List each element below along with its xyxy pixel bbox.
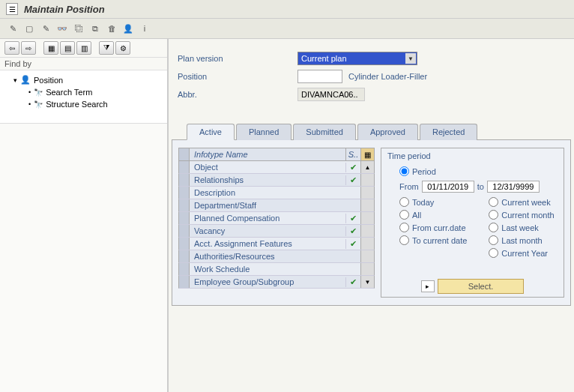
tree-item-structure-search[interactable]: • 🔭 Structure Search [4,98,163,110]
row-selector[interactable] [179,212,190,224]
infotype-row[interactable]: Description [178,187,375,199]
wand-icon[interactable]: ✎ [6,22,19,35]
plan-version-dropdown[interactable]: Current plan ▼ [297,52,417,65]
nav-toolbar: ⇦⇨▦▤▥⧩⚙ [0,39,167,58]
row-selector[interactable] [179,187,190,199]
scroll-track[interactable] [360,199,374,211]
delimit-icon[interactable]: ⧉ [88,22,102,35]
time-radio[interactable] [399,210,409,220]
time-option[interactable]: Last week [489,223,558,232]
infotype-row[interactable]: Department/Staff [178,199,375,212]
tab-rejected[interactable]: Rejected [420,124,477,140]
infotype-name-header[interactable]: Infotype Name [190,148,345,160]
time-radio[interactable] [399,197,409,207]
row-selector[interactable] [179,174,190,186]
time-option-label: Last week [501,223,539,232]
settings-icon[interactable]: ⚙ [115,41,130,55]
infotype-row[interactable]: Work Schedule [178,263,375,276]
tree-expand-icon[interactable]: ▾ [13,76,17,84]
scroll-track[interactable] [360,187,374,199]
time-radio[interactable] [489,235,498,245]
infotype-row[interactable]: Object✔▲ [178,161,375,174]
time-radio[interactable] [399,223,409,232]
scroll-track[interactable] [360,250,374,262]
time-period-panel: Time period Period From to TodayAllFrom … [381,148,564,298]
scroll-track[interactable] [360,238,374,250]
scroll-track[interactable]: ▼ [360,276,374,288]
row-selector[interactable] [179,263,190,275]
infotype-row[interactable]: Employee Group/Subgroup✔▼ [178,276,375,289]
scroll-track[interactable] [360,212,374,224]
app-menu-icon[interactable]: ☰ [6,3,18,15]
time-option[interactable]: Today [399,197,489,207]
time-radio[interactable] [489,223,498,232]
time-option-label: To current date [412,236,467,245]
filter-icon[interactable]: ⧩ [99,41,114,55]
infotype-row-label: Description [190,188,345,197]
time-radio[interactable] [399,235,409,245]
time-option[interactable]: From curr.date [399,223,489,232]
infotype-row[interactable]: Authorities/Resources [178,250,375,263]
tab-planned[interactable]: Planned [236,124,291,140]
scroll-track[interactable] [360,263,374,275]
position-input[interactable] [297,70,342,83]
tab-submitted[interactable]: Submitted [293,124,356,140]
scroll-track[interactable] [360,174,374,186]
copy-icon[interactable]: ⿻ [72,22,85,35]
find-by-label: Find by [0,58,167,70]
collapse-icon[interactable]: ▤ [60,41,75,55]
infotype-row[interactable]: Relationships✔ [178,174,375,187]
layout-icon[interactable]: ▥ [76,41,91,55]
display-icon[interactable]: 👓 [55,22,69,35]
row-selector[interactable] [179,250,190,262]
tab-approved[interactable]: Approved [357,124,418,140]
to-date-input[interactable] [487,181,540,193]
time-option[interactable]: Current Year [489,248,558,258]
scroll-track[interactable]: ▲ [360,161,374,173]
time-radio[interactable] [489,248,498,258]
time-option[interactable]: All [399,210,489,220]
select-button[interactable]: Select. [438,279,525,294]
chevron-down-icon[interactable]: ▼ [405,53,416,64]
infotype-row[interactable]: Planned Compensation✔ [178,212,375,225]
expand-icon[interactable]: ▦ [43,41,58,55]
status-column-header[interactable]: S.. [345,148,360,160]
time-option[interactable]: To current date [399,235,489,245]
edit-icon[interactable]: ✎ [39,22,52,35]
time-option[interactable]: Last month [489,235,558,245]
infotype-row-label: Acct. Assignment Features [190,239,345,248]
select-launch-icon[interactable]: ▸ [421,280,435,292]
tree-item-search-term[interactable]: • 🔭 Search Term [4,86,163,98]
row-selector[interactable] [179,199,190,211]
time-radio[interactable] [489,210,498,220]
infotype-panel: Infotype Name S.. ▦ Object✔▲Relationship… [178,148,375,298]
info-icon[interactable]: i [138,22,151,35]
config-column-icon[interactable]: ▦ [360,148,374,160]
from-date-input[interactable] [422,181,474,193]
tree-root-position[interactable]: ▾ 👤 Position [4,73,163,86]
tree-child-label: Structure Search [46,100,108,109]
select-column-header[interactable] [179,148,190,160]
row-selector[interactable] [179,225,190,237]
status-check-icon: ✔ [345,175,360,185]
tree-leaf-icon: • [28,88,31,96]
person-icon[interactable]: 👤 [121,22,135,35]
delete-icon[interactable]: 🗑 [105,22,118,35]
period-radio[interactable] [399,166,409,176]
person-icon: 👤 [20,75,31,85]
row-selector[interactable] [179,238,190,250]
page-title: Maintain Position [24,4,105,15]
infotype-row[interactable]: Acct. Assignment Features✔ [178,238,375,250]
tabs-area: ActivePlannedSubmittedApprovedRejected I… [172,123,571,306]
tab-active[interactable]: Active [187,124,235,140]
infotype-row[interactable]: Vacancy✔ [178,225,375,238]
scroll-track[interactable] [360,225,374,237]
row-selector[interactable] [179,276,190,288]
back-icon[interactable]: ⇦ [4,41,19,55]
new-icon[interactable]: ▢ [22,22,36,35]
row-selector[interactable] [179,161,190,173]
time-radio[interactable] [489,197,498,207]
time-option[interactable]: Current month [489,210,558,220]
forward-icon[interactable]: ⇨ [21,41,36,55]
time-option[interactable]: Current week [489,197,558,207]
